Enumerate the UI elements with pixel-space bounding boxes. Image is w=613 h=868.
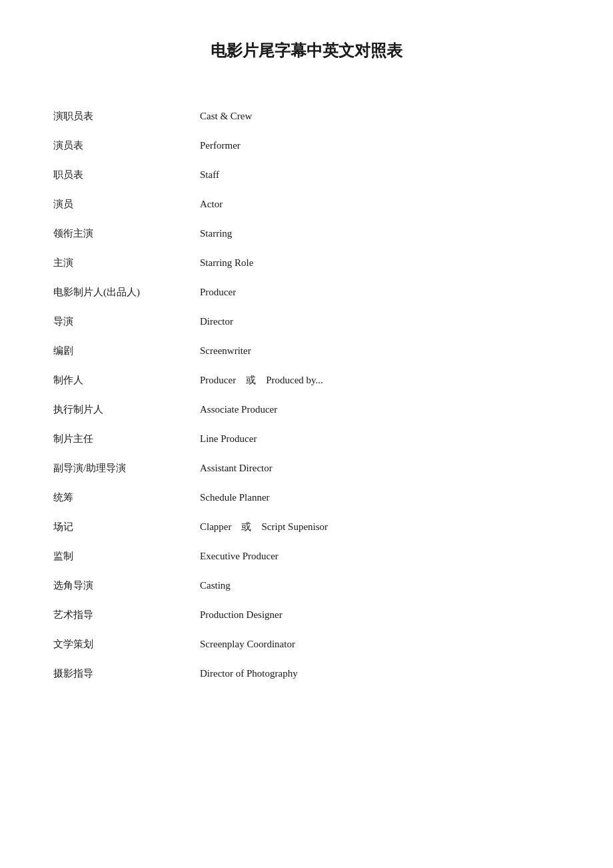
english-term: Actor [200, 196, 560, 212]
table-row: 职员表Staff [53, 160, 560, 189]
english-term: Starring [200, 225, 560, 241]
chinese-term: 演员表 [53, 137, 200, 153]
chinese-term: 导演 [53, 313, 200, 329]
chinese-term: 主演 [53, 255, 200, 271]
english-term: Line Producer [200, 431, 560, 447]
english-term: Screenplay Coordinator [200, 636, 560, 652]
table-row: 艺术指导Production Designer [53, 600, 560, 629]
english-term: Performer [200, 137, 560, 153]
chinese-term: 演员 [53, 196, 200, 212]
translation-table: 演职员表Cast & Crew演员表Performer职员表Staff演员Act… [53, 101, 560, 688]
english-term: Staff [200, 167, 560, 183]
english-term: Director [200, 313, 560, 329]
chinese-term: 统筹 [53, 489, 200, 505]
chinese-term: 监制 [53, 548, 200, 564]
table-row: 制片主任Line Producer [53, 424, 560, 453]
table-row: 电影制片人(出品人)Producer [53, 277, 560, 307]
table-row: 执行制片人Associate Producer [53, 395, 560, 424]
chinese-term: 文学策划 [53, 636, 200, 652]
english-term: Production Designer [200, 607, 560, 623]
table-row: 演员Actor [53, 189, 560, 219]
english-term: Assistant Director [200, 460, 560, 476]
table-row: 制作人Producer 或 Produced by... [53, 365, 560, 395]
english-term: Cast & Crew [200, 108, 560, 124]
table-row: 场记Clapper 或 Script Supenisor [53, 512, 560, 541]
english-term: Clapper 或 Script Supenisor [200, 519, 560, 535]
english-term: Director of Photography [200, 665, 560, 681]
english-term: Schedule Planner [200, 489, 560, 505]
table-row: 监制Executive Producer [53, 541, 560, 571]
chinese-term: 摄影指导 [53, 665, 200, 681]
chinese-term: 领衔主演 [53, 225, 200, 241]
chinese-term: 制片主任 [53, 431, 200, 447]
chinese-term: 制作人 [53, 372, 200, 388]
chinese-term: 编剧 [53, 343, 200, 359]
chinese-term: 场记 [53, 519, 200, 535]
english-term: Producer [200, 284, 560, 300]
page-title: 电影片尾字幕中英文对照表 [53, 40, 560, 61]
english-term: Casting [200, 577, 560, 593]
table-row: 主演Starring Role [53, 248, 560, 277]
table-row: 选角导演Casting [53, 571, 560, 600]
table-row: 演职员表Cast & Crew [53, 101, 560, 131]
chinese-term: 副导演/助理导演 [53, 460, 200, 476]
chinese-term: 艺术指导 [53, 607, 200, 623]
table-row: 领衔主演Starring [53, 219, 560, 248]
table-row: 编剧Screenwriter [53, 336, 560, 365]
table-row: 副导演/助理导演Assistant Director [53, 453, 560, 483]
page: 电影片尾字幕中英文对照表 演职员表Cast & Crew演员表Performer… [0, 0, 613, 728]
chinese-term: 选角导演 [53, 577, 200, 593]
table-row: 演员表Performer [53, 131, 560, 160]
english-term: Starring Role [200, 255, 560, 271]
table-row: 导演Director [53, 307, 560, 336]
table-row: 摄影指导Director of Photography [53, 659, 560, 688]
chinese-term: 电影制片人(出品人) [53, 284, 200, 300]
english-term: Producer 或 Produced by... [200, 372, 560, 388]
chinese-term: 执行制片人 [53, 401, 200, 417]
table-row: 统筹Schedule Planner [53, 483, 560, 512]
english-term: Executive Producer [200, 548, 560, 564]
english-term: Screenwriter [200, 343, 560, 359]
english-term: Associate Producer [200, 401, 560, 417]
chinese-term: 演职员表 [53, 108, 200, 124]
table-row: 文学策划Screenplay Coordinator [53, 629, 560, 659]
chinese-term: 职员表 [53, 167, 200, 183]
